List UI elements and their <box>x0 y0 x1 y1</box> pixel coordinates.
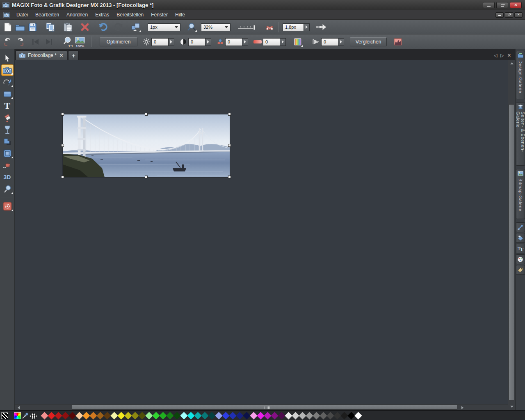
no-color-swatch[interactable] <box>1 412 8 419</box>
selector-tool-button[interactable] <box>1 52 14 64</box>
selection-handle-n[interactable] <box>145 113 148 116</box>
brightness-spin-button[interactable] <box>169 38 174 46</box>
tab-scroll-right-button[interactable]: ▷ <box>500 53 504 58</box>
tabbar-close-button[interactable]: ✕ <box>507 53 511 58</box>
vertical-scrollbar[interactable] <box>508 60 515 410</box>
bitmap-gallery-tab[interactable]: Bitmap-Galerie <box>516 169 525 219</box>
zoom-tool-button[interactable] <box>185 21 198 33</box>
selection-handle-nw[interactable] <box>61 113 64 116</box>
text-tool-button[interactable]: T <box>1 100 14 112</box>
new-document-button[interactable] <box>2 21 14 33</box>
rotate-left-button[interactable] <box>2 36 14 48</box>
compare-button[interactable]: Vergleichen <box>350 37 387 46</box>
snap-magnet-button[interactable] <box>263 21 276 33</box>
tab-close-icon[interactable]: ✕ <box>59 53 64 58</box>
canvas[interactable] <box>15 60 508 404</box>
feather-radius-field[interactable]: 1,8px <box>283 23 304 31</box>
open-file-button[interactable] <box>14 21 26 33</box>
selection-handle-sw[interactable] <box>61 176 64 178</box>
smoothing-slider-button[interactable] <box>236 21 258 33</box>
next-image-button[interactable] <box>43 36 55 48</box>
contrast-spin-button[interactable] <box>205 38 211 46</box>
menu-hilfe[interactable]: Hilfe <box>171 11 189 19</box>
zoom-tool-button-left[interactable] <box>1 183 14 195</box>
shadow-tool-button[interactable] <box>1 136 14 147</box>
minimize-button[interactable] <box>483 2 495 8</box>
names-gallery-tab[interactable] <box>516 265 525 275</box>
menu-bereitstellen[interactable]: Bereitstellen <box>113 11 147 19</box>
new-tab-button[interactable]: + <box>68 50 79 60</box>
photo-region-tool-button[interactable] <box>1 201 14 212</box>
temperature-spin-button[interactable] <box>280 38 286 46</box>
color-correction-button[interactable] <box>292 36 304 48</box>
sharpness-field[interactable]: 0 <box>321 38 338 46</box>
menu-fenster[interactable]: Fenster <box>147 11 171 19</box>
restore-button[interactable] <box>496 2 508 8</box>
eyedropper-button[interactable] <box>22 412 29 419</box>
design-gallery-tab[interactable]: Design-Galerie <box>516 51 525 99</box>
delete-button[interactable] <box>79 21 91 33</box>
document-tab-fotocollage[interactable]: Fotocollage * ✕ <box>16 50 67 60</box>
selection-handle-s[interactable] <box>145 176 148 178</box>
rotate-right-button[interactable] <box>14 36 26 48</box>
bevel-tool-button[interactable] <box>1 148 14 159</box>
3d-tool-button[interactable]: 3D <box>1 171 14 183</box>
sharpness-spin-button[interactable] <box>338 38 344 46</box>
menu-bearbeiten[interactable]: Bearbeiten <box>32 11 63 19</box>
vertical-scroll-thumb[interactable] <box>509 104 514 400</box>
menu-datei[interactable]: Datei <box>13 11 32 19</box>
histogram-button[interactable] <box>392 36 404 48</box>
brightness-field[interactable]: 0 <box>151 38 169 46</box>
clipart-gallery-tab[interactable] <box>516 254 525 264</box>
horizontal-scroll-thumb[interactable] <box>72 405 457 410</box>
photo-tool-button[interactable] <box>1 64 14 76</box>
close-button[interactable]: ✕ <box>510 2 522 8</box>
copy-button[interactable] <box>44 21 57 33</box>
selection-handle-w[interactable] <box>61 144 64 147</box>
child-minimize-button[interactable] <box>495 12 504 18</box>
selection-handle-se[interactable] <box>228 176 231 178</box>
color-editor-button[interactable] <box>14 412 21 419</box>
menu-anordnen[interactable]: Anordnen <box>63 11 91 19</box>
scroll-right-arrow[interactable] <box>461 406 463 409</box>
scroll-down-arrow[interactable] <box>510 406 514 408</box>
tab-scroll-left-button[interactable]: ◁ <box>494 53 497 58</box>
rectangle-tool-button[interactable] <box>1 88 14 100</box>
draw-tool-button[interactable] <box>1 76 14 88</box>
saturation-field[interactable]: 0 <box>225 38 242 46</box>
line-width-dropdown[interactable]: 1px <box>148 23 180 31</box>
scroll-left-arrow[interactable] <box>18 406 20 409</box>
scroll-up-arrow[interactable] <box>510 62 514 64</box>
zoom-1to1-button[interactable]: 1:1 <box>62 36 74 48</box>
pages-layers-gallery-tab[interactable]: Seiten- & Ebenen-Galerie <box>516 103 525 166</box>
feather-spin-button[interactable] <box>304 23 310 31</box>
temperature-field[interactable]: 0 <box>263 38 280 46</box>
paste-button[interactable] <box>62 21 74 33</box>
selection-handle-ne[interactable] <box>228 113 231 116</box>
save-button[interactable] <box>26 21 39 33</box>
feather-arrow-button[interactable] <box>315 21 328 33</box>
child-close-button[interactable]: ✕ <box>514 12 523 18</box>
optimize-button[interactable]: Optimieren <box>100 37 137 46</box>
redo-button[interactable] <box>112 21 125 33</box>
transform-tool-button[interactable] <box>130 21 142 33</box>
line-gallery-tab[interactable] <box>516 222 525 232</box>
fill-gallery-tab[interactable] <box>516 233 525 243</box>
zoom-level-dropdown[interactable]: 32% <box>201 23 231 31</box>
fonts-gallery-tab[interactable]: TT <box>516 244 525 253</box>
horizontal-scrollbar[interactable] <box>15 404 508 410</box>
menu-extras[interactable]: Extras <box>91 11 113 19</box>
selection-handle-e[interactable] <box>228 144 231 147</box>
saturation-spin-button[interactable] <box>242 38 248 46</box>
contrast-field[interactable]: 0 <box>188 38 205 46</box>
child-restore-button[interactable] <box>505 12 513 18</box>
transparency-tool-button[interactable] <box>1 124 14 135</box>
fill-tool-button[interactable] <box>1 112 14 123</box>
previous-image-button[interactable] <box>30 36 42 48</box>
color-swatch[interactable] <box>354 412 362 419</box>
undo-button[interactable] <box>97 21 109 33</box>
zoom-100-button[interactable]: 100% <box>74 36 86 48</box>
selected-image[interactable] <box>63 114 230 177</box>
transparent-swatch[interactable] <box>30 412 38 419</box>
live-effects-tool-button[interactable] <box>1 160 14 171</box>
